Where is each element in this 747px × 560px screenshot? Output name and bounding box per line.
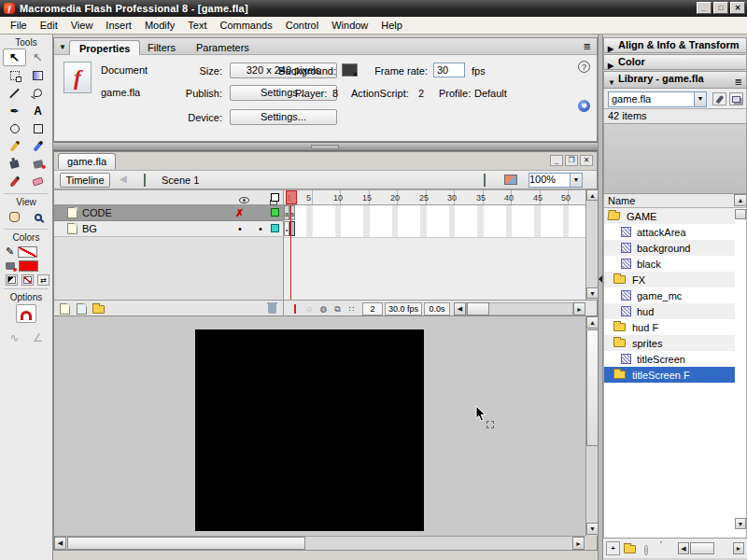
library-item-folder[interactable]: hud F: [604, 319, 735, 335]
timeline-toggle-button[interactable]: Timeline: [60, 173, 110, 188]
library-item-movieclip[interactable]: titleScreen: [604, 351, 735, 367]
tab-properties[interactable]: Properties: [69, 40, 140, 55]
zoom-dropdown-arrow-icon[interactable]: ▼: [570, 174, 582, 187]
current-frame-indicator[interactable]: 2: [362, 302, 383, 315]
stage-vertical-scrollbar[interactable]: ▲ ▼: [585, 316, 599, 536]
scroll-right-icon[interactable]: ►: [733, 542, 744, 554]
stage-hscroll-thumb[interactable]: [67, 537, 305, 550]
fill-color-swatch[interactable]: [19, 260, 38, 272]
help-icon[interactable]: ?: [578, 61, 590, 73]
menu-view[interactable]: View: [64, 18, 100, 33]
snap-to-objects-button[interactable]: [16, 304, 36, 323]
menu-modify[interactable]: Modify: [138, 18, 181, 33]
sort-order-icon[interactable]: ▲: [734, 194, 747, 206]
menu-control[interactable]: Control: [279, 18, 325, 33]
library-panel-menu-icon[interactable]: ≣: [735, 75, 742, 89]
zoom-tool-button[interactable]: [26, 208, 49, 226]
panel-collapse-icon[interactable]: ▼: [59, 43, 66, 51]
free-transform-tool-button[interactable]: [3, 66, 26, 84]
paint-bucket-tool-button[interactable]: [26, 155, 49, 173]
zoom-level-select[interactable]: 100% ▼: [529, 173, 583, 188]
menu-insert[interactable]: Insert: [99, 18, 138, 33]
library-scroll-down-icon[interactable]: ▼: [735, 518, 746, 529]
hand-tool-button[interactable]: [3, 208, 26, 226]
eyedropper-tool-button[interactable]: [3, 173, 26, 190]
layer-visible-dot-icon[interactable]: •: [238, 223, 242, 234]
close-button[interactable]: ✕: [730, 2, 745, 14]
menu-edit[interactable]: Edit: [34, 18, 64, 33]
delete-layer-button[interactable]: [265, 302, 279, 315]
swap-colors-button[interactable]: ⇄: [37, 274, 49, 286]
library-document-select[interactable]: game.fla ▼: [608, 91, 707, 107]
scroll-left-icon[interactable]: ◀: [678, 542, 689, 554]
divider-collapse-arrow-icon[interactable]: [599, 275, 602, 283]
minimize-button[interactable]: _: [697, 2, 712, 14]
menu-help[interactable]: Help: [374, 18, 409, 33]
eraser-tool-button[interactable]: [26, 173, 49, 190]
frame-rate-input[interactable]: 30: [433, 63, 465, 77]
new-folder-button[interactable]: [624, 544, 636, 555]
layer-unlocked-dot-icon[interactable]: •: [259, 223, 262, 234]
library-item-movieclip[interactable]: game_mc: [604, 287, 735, 303]
library-item-movieclip[interactable]: hud: [604, 303, 735, 319]
new-symbol-button[interactable]: +: [606, 541, 620, 555]
library-item-folder-selected[interactable]: titleScreen F: [604, 367, 735, 383]
layer-row-code[interactable]: CODE ✗: [54, 205, 283, 221]
color-panel-header[interactable]: ▶ Color: [603, 54, 747, 70]
menu-commands[interactable]: Commands: [213, 18, 278, 33]
timeline-vertical-scrollbar[interactable]: ▲ ▼: [585, 189, 599, 300]
rectangle-tool-button[interactable]: [26, 119, 49, 137]
modify-onion-markers-button[interactable]: ∷: [345, 302, 359, 315]
brush-tool-button[interactable]: [26, 137, 49, 155]
horizontal-splitter[interactable]: [53, 142, 598, 151]
align-info-transform-panel-header[interactable]: ▶ Align & Info & Transform: [603, 37, 747, 53]
library-hscroll-thumb[interactable]: [690, 542, 714, 554]
doc-minimize-button[interactable]: _: [550, 155, 563, 166]
edit-scene-icon[interactable]: [484, 174, 486, 187]
doc-close-button[interactable]: ✕: [580, 155, 593, 166]
library-item-movieclip[interactable]: background: [604, 240, 735, 256]
library-item-folder[interactable]: sprites: [604, 335, 735, 351]
center-frame-button[interactable]: [288, 302, 302, 315]
library-item-folder[interactable]: GAME: [604, 208, 735, 224]
insert-layer-folder-button[interactable]: [92, 302, 106, 315]
subselection-tool-button[interactable]: ↖: [26, 49, 49, 66]
library-item-folder[interactable]: FX: [604, 272, 735, 287]
gradient-transform-tool-button[interactable]: [26, 66, 49, 84]
background-color-swatch[interactable]: [342, 63, 358, 77]
menu-window[interactable]: Window: [325, 18, 374, 33]
stage-canvas[interactable]: [195, 329, 424, 531]
line-tool-button[interactable]: [3, 84, 26, 102]
elapsed-time-indicator[interactable]: 0.0s: [424, 302, 450, 315]
timeline-hscroll-thumb[interactable]: [467, 302, 489, 315]
oval-tool-button[interactable]: [3, 119, 26, 137]
layer-outline-swatch[interactable]: [271, 208, 279, 217]
library-dropdown-arrow-icon[interactable]: ▼: [694, 92, 706, 106]
default-colors-button[interactable]: [6, 274, 18, 286]
edit-symbols-icon[interactable]: [504, 175, 517, 185]
new-library-panel-button[interactable]: [729, 92, 743, 105]
timeline-scroll-left-icon[interactable]: ◀: [454, 302, 466, 315]
splitter-gripper[interactable]: [311, 145, 339, 149]
timeline-scroll-right-icon[interactable]: ►: [573, 302, 585, 315]
edit-multiple-frames-button[interactable]: ⧉: [331, 302, 345, 315]
tab-filters[interactable]: Filters: [138, 40, 185, 55]
selection-tool-button[interactable]: ↖: [3, 49, 26, 66]
menu-file[interactable]: File: [4, 18, 34, 33]
no-color-button[interactable]: [21, 274, 34, 286]
document-tab[interactable]: game.fla: [58, 153, 116, 169]
scroll-left-icon[interactable]: ◀: [54, 537, 66, 550]
insert-layer-button[interactable]: [58, 302, 72, 315]
pen-tool-button[interactable]: ✒: [3, 102, 26, 119]
frame-rate-indicator[interactable]: 30.0 fps: [385, 302, 422, 315]
layer-outline-swatch[interactable]: [271, 224, 279, 232]
outline-all-icon[interactable]: [271, 193, 279, 202]
library-item-movieclip[interactable]: attackArea: [604, 224, 735, 240]
library-name-column-header[interactable]: Name ▲: [603, 194, 747, 208]
stage-horizontal-scrollbar[interactable]: ◀ ►: [54, 536, 585, 550]
scroll-right-icon[interactable]: ►: [572, 537, 585, 550]
text-tool-button[interactable]: A: [26, 102, 49, 119]
back-arrow-icon[interactable]: ◀: [120, 174, 127, 184]
ink-bottle-tool-button[interactable]: [3, 155, 26, 173]
add-motion-guide-button[interactable]: [75, 302, 89, 315]
